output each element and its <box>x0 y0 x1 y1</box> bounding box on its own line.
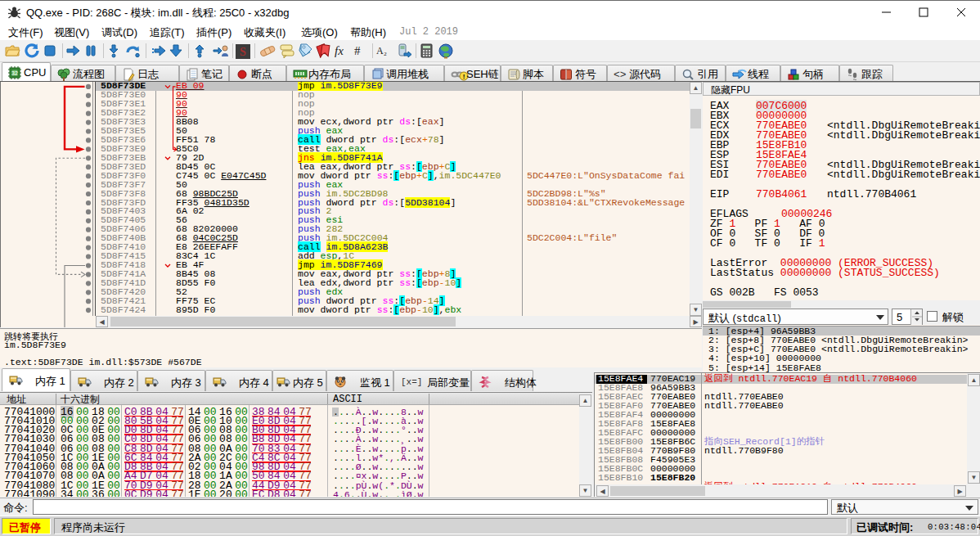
svg-text:32: 32 <box>11 70 18 76</box>
svg-text:#: # <box>354 44 361 57</box>
svg-text:A₂: A₂ <box>376 45 387 56</box>
svg-text:S: S <box>240 46 246 58</box>
svg-text:!: ! <box>463 73 465 80</box>
svg-text:<>: <> <box>614 69 627 81</box>
svg-text:[x=]: [x=] <box>401 377 422 387</box>
svg-text:fx: fx <box>335 44 344 57</box>
